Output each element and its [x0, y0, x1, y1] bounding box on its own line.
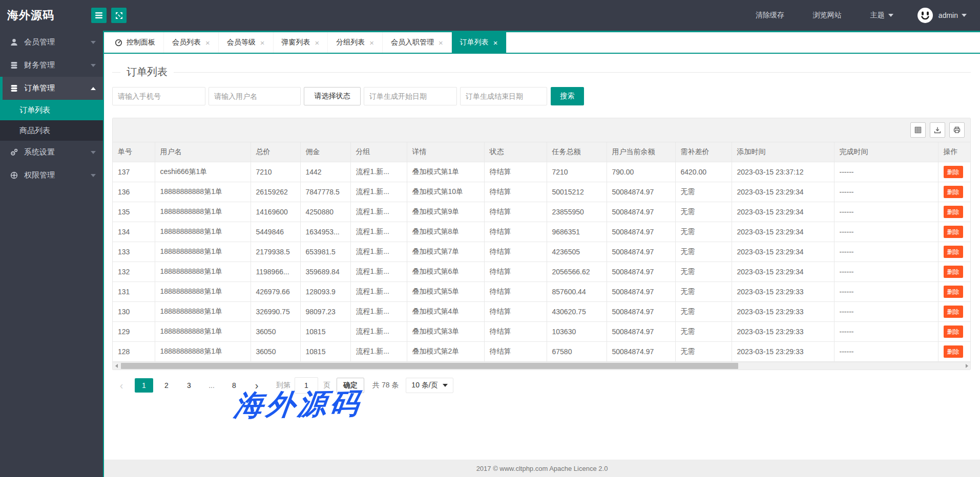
page-button-8[interactable]: 8 — [225, 378, 243, 393]
cell-actions: 删除 — [938, 182, 970, 202]
cell-task-total: 50015212 — [547, 182, 607, 202]
scrollbar-thumb[interactable] — [121, 363, 738, 369]
close-icon[interactable]: × — [369, 39, 374, 47]
tab-member-list[interactable]: 会员列表× — [164, 32, 219, 53]
tab-group-list[interactable]: 分组列表× — [328, 32, 383, 53]
pagination: ‹ 1 2 3 ... 8 › 到第 页 确定 共 78 条 10 条/页 — [112, 377, 971, 394]
cell-id: 128 — [113, 342, 155, 362]
print-button[interactable] — [949, 122, 965, 138]
confirm-button[interactable]: 确定 — [337, 378, 364, 393]
globe-icon — [10, 171, 18, 179]
tab-label: 会员入职管理 — [391, 38, 434, 47]
chevron-down-icon — [91, 174, 96, 177]
delete-button[interactable]: 删除 — [944, 206, 963, 218]
close-icon[interactable]: × — [260, 39, 265, 47]
browse-site-label: 浏览网站 — [813, 11, 842, 20]
fullscreen-button[interactable] — [111, 8, 127, 23]
cell-username: 18888888888第1单 — [155, 322, 251, 342]
filter-columns-button[interactable] — [910, 122, 926, 138]
delete-button[interactable]: 删除 — [944, 246, 963, 258]
close-icon[interactable]: × — [315, 39, 320, 47]
close-icon[interactable]: × — [439, 39, 443, 47]
cell-commission: 98097.23 — [300, 302, 350, 322]
avatar[interactable] — [917, 7, 933, 24]
cell-total: 36050 — [251, 342, 300, 362]
cell-id: 131 — [113, 282, 155, 302]
cell-actions: 删除 — [938, 242, 970, 262]
sidebar-subitem-product-list[interactable]: 商品列表 — [0, 120, 103, 141]
sidebar-item-members[interactable]: 会员管理 — [0, 31, 103, 54]
cell-task-total: 857600.44 — [547, 282, 607, 302]
delete-button[interactable]: 删除 — [944, 326, 963, 338]
cell-balance: 50084874.97 — [607, 242, 675, 262]
sidebar-item-finance[interactable]: 财务管理 — [0, 54, 103, 77]
page-size-value: 10 条/页 — [411, 381, 437, 390]
scroll-right-arrow[interactable] — [963, 362, 970, 370]
username-input[interactable] — [208, 87, 301, 105]
end-date-input[interactable] — [460, 87, 547, 105]
cell-id: 133 — [113, 242, 155, 262]
tab-member-level[interactable]: 会员等级× — [219, 32, 274, 53]
cell-task-total: 67580 — [547, 342, 607, 362]
delete-button[interactable]: 删除 — [944, 266, 963, 278]
clear-cache-link[interactable]: 清除缓存 — [756, 11, 784, 20]
cell-detail: 叠加模式第2单 — [407, 342, 484, 362]
phone-input[interactable] — [112, 87, 205, 105]
collapse-sidebar-button[interactable] — [91, 8, 107, 23]
goto-page-input[interactable] — [295, 377, 318, 394]
cell-task-total: 103630 — [547, 322, 607, 342]
tab-member-onboarding[interactable]: 会员入职管理× — [383, 32, 452, 53]
browse-site-link[interactable]: 浏览网站 — [813, 11, 842, 20]
horizontal-scrollbar[interactable] — [113, 362, 970, 370]
tab-popup-list[interactable]: 弹窗列表× — [274, 32, 328, 53]
delete-button[interactable]: 删除 — [944, 226, 963, 238]
printer-icon — [953, 126, 961, 134]
tab-dashboard[interactable]: 控制面板 — [107, 32, 164, 53]
admin-dropdown[interactable]: admin — [939, 11, 967, 19]
page-button-3[interactable]: 3 — [180, 378, 198, 393]
sidebar-item-settings[interactable]: 系统设置 — [0, 141, 103, 164]
cell-id: 129 — [113, 322, 155, 342]
prev-page-button[interactable]: ‹ — [112, 378, 131, 393]
export-button[interactable] — [930, 122, 945, 138]
delete-button[interactable]: 删除 — [944, 186, 963, 198]
chevron-down-icon — [443, 384, 448, 387]
hamburger-icon — [95, 12, 103, 19]
sidebar: 会员管理 财务管理 订单管理 订单列表 商品列表 — [0, 31, 103, 477]
scroll-left-arrow[interactable] — [113, 362, 120, 370]
sidebar-item-orders[interactable]: 订单管理 — [0, 77, 103, 100]
cell-diff: 6420.00 — [675, 162, 732, 182]
tab-order-list[interactable]: 订单列表× — [452, 32, 507, 53]
status-select-button[interactable]: 请选择状态 — [304, 87, 361, 105]
delete-button[interactable]: 删除 — [944, 166, 963, 178]
page-size-select[interactable]: 10 条/页 — [406, 378, 453, 393]
orders-table: 单号 用户名 总价 佣金 分组 详情 状态 任务总额 用户当前余额 需补差价 添 — [113, 142, 970, 362]
cell-group: 流程1.新... — [350, 302, 407, 322]
database-icon — [10, 61, 18, 69]
sidebar-item-permissions[interactable]: 权限管理 — [0, 164, 103, 187]
search-button[interactable]: 搜索 — [551, 87, 584, 105]
sidebar-submenu-orders: 订单列表 商品列表 — [0, 100, 103, 141]
page-button-1[interactable]: 1 — [135, 378, 153, 393]
start-date-input[interactable] — [364, 87, 457, 105]
theme-dropdown[interactable]: 主题 — [870, 11, 893, 20]
cell-id: 130 — [113, 302, 155, 322]
cell-balance: 50084874.97 — [607, 222, 675, 242]
cell-total: 2179938.5 — [251, 242, 300, 262]
cell-detail: 叠加模式第6单 — [407, 262, 484, 282]
sidebar-subitem-order-list[interactable]: 订单列表 — [0, 100, 103, 120]
page-button-2[interactable]: 2 — [157, 378, 176, 393]
col-header: 添加时间 — [732, 142, 834, 162]
cell-actions: 删除 — [938, 302, 970, 322]
delete-button[interactable]: 删除 — [944, 345, 963, 358]
delete-button[interactable]: 删除 — [944, 306, 963, 318]
close-icon[interactable]: × — [205, 39, 210, 47]
delete-button[interactable]: 删除 — [944, 286, 963, 298]
cell-balance: 50084874.97 — [607, 342, 675, 362]
next-page-button[interactable]: › — [247, 378, 266, 393]
filter-bar: 请选择状态 搜索 — [112, 87, 971, 105]
cell-status: 待结算 — [484, 162, 547, 182]
cell-task-total: 430620.75 — [547, 302, 607, 322]
cell-balance: 50084874.97 — [607, 182, 675, 202]
close-icon[interactable]: × — [493, 39, 498, 47]
